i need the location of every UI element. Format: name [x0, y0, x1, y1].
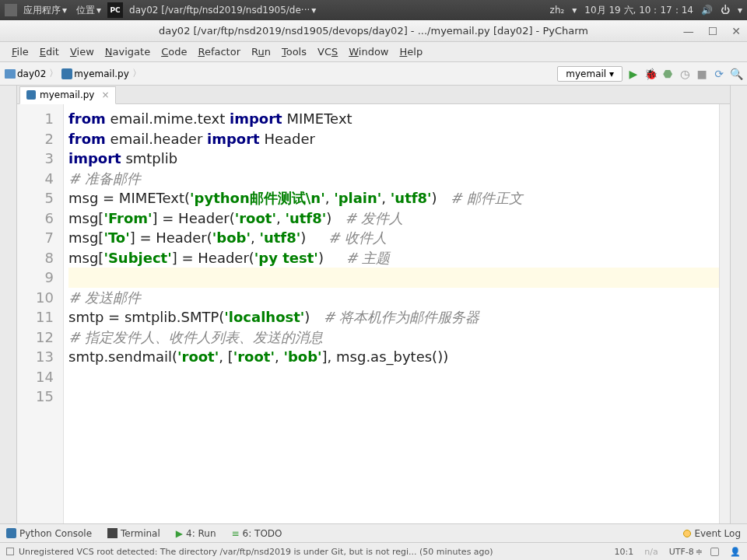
applications-menu[interactable]: 应用程序 ▾ — [20, 4, 70, 17]
terminal-icon — [107, 528, 117, 538]
navigation-bar: day02 〉 myemail.py 〉 myemail ▾ ▶ 🐞 ⬣ ◷ ■… — [0, 62, 747, 86]
breadcrumb-file[interactable]: myemail.py — [74, 68, 128, 79]
file-encoding[interactable]: UTF-8 — [669, 547, 694, 557]
tool-run[interactable]: ▶4: Run — [176, 528, 216, 539]
code-editor[interactable]: 123456789101112131415 from email.mime.te… — [17, 104, 730, 523]
chevron-right-icon: 〉 — [132, 67, 142, 80]
menu-view[interactable]: View — [65, 46, 100, 58]
run-coverage-icon[interactable]: ⬣ — [661, 68, 674, 80]
tool-terminal[interactable]: Terminal — [107, 528, 160, 539]
tool-todo[interactable]: ≡6: TODO — [232, 528, 282, 539]
search-everywhere-icon[interactable]: 🔍 — [730, 68, 742, 80]
debug-icon[interactable]: 🐞 — [644, 68, 657, 80]
readonly-lock-icon[interactable] — [710, 548, 719, 556]
window-titlebar[interactable]: day02 [/var/ftp/nsd2019/nsd1905/devops/d… — [0, 20, 747, 42]
hide-tool-windows-icon[interactable] — [6, 548, 14, 555]
menu-file[interactable]: File — [6, 46, 34, 58]
tool-event-log[interactable]: Event Log — [683, 528, 741, 539]
bottom-tool-tabs: Python Console Terminal ▶4: Run ≡6: TODO… — [0, 523, 747, 542]
notification-dot-icon — [683, 530, 691, 537]
maximize-button[interactable]: ☐ — [708, 25, 718, 37]
main-area: myemail.py × 123456789101112131415 from … — [0, 86, 747, 523]
clock[interactable]: 10月 19 六, 10：17：14 — [584, 4, 693, 17]
pycharm-taskbar-icon[interactable]: PC — [107, 2, 123, 18]
python-file-icon — [26, 90, 36, 100]
cursor-position[interactable]: 10:1 — [615, 547, 634, 557]
line-number-gutter[interactable]: 123456789101112131415 — [17, 104, 64, 523]
breadcrumb-root[interactable]: day02 — [17, 68, 46, 79]
vertical-scrollbar[interactable] — [719, 104, 730, 523]
close-tab-icon[interactable]: × — [101, 89, 109, 100]
menu-code[interactable]: Code — [156, 46, 192, 58]
menu-tools[interactable]: Tools — [276, 46, 312, 58]
tool-python-console[interactable]: Python Console — [6, 528, 92, 539]
run-config-selector[interactable]: myemail ▾ — [557, 66, 622, 82]
code-content[interactable]: from email.mime.text import MIMETextfrom… — [64, 104, 719, 523]
stop-icon[interactable]: ■ — [696, 68, 708, 80]
ime-indicator[interactable]: zh₂ — [550, 5, 565, 16]
left-tool-stripe[interactable] — [0, 86, 17, 523]
power-icon[interactable]: ⏻ — [721, 5, 730, 16]
chevron-right-icon: 〉 — [49, 67, 58, 80]
profile-icon[interactable]: ◷ — [679, 68, 691, 80]
system-panel: 应用程序 ▾ 位置 ▾ PC day02 [/var/ftp/nsd2019/n… — [0, 0, 747, 20]
todo-icon: ≡ — [232, 528, 240, 539]
update-project-icon[interactable]: ⟳ — [713, 68, 725, 80]
right-tool-stripe[interactable] — [730, 86, 747, 523]
menu-vcs[interactable]: VCS — [312, 46, 343, 58]
file-tab-label: myemail.py — [40, 89, 94, 100]
hector-icon[interactable]: 👤 — [730, 547, 741, 557]
python-file-icon — [61, 68, 72, 79]
gnome-foot-icon — [5, 4, 17, 16]
status-message[interactable]: Unregistered VCS root detected: The dire… — [19, 547, 604, 557]
menu-help[interactable]: Help — [395, 46, 429, 58]
menu-refactor[interactable]: Refactor — [192, 46, 246, 58]
status-bar: Unregistered VCS root detected: The dire… — [0, 542, 747, 560]
places-menu[interactable]: 位置 ▾ — [73, 4, 104, 17]
close-button[interactable]: ✕ — [731, 25, 741, 37]
editor-tabs: myemail.py × — [17, 86, 730, 104]
minimize-button[interactable]: — — [683, 25, 694, 37]
menu-run[interactable]: Run — [246, 46, 276, 58]
menu-window[interactable]: Window — [343, 46, 394, 58]
menu-edit[interactable]: Edit — [34, 46, 65, 58]
window-title: day02 [/var/ftp/nsd2019/nsd1905/devops/d… — [159, 25, 588, 37]
run-icon[interactable]: ▶ — [627, 68, 640, 80]
python-icon — [6, 528, 16, 538]
volume-icon[interactable]: 🔊 — [701, 5, 713, 16]
line-separator[interactable]: n/a — [644, 547, 658, 557]
window-menu[interactable]: day02 [/var/ftp/nsd2019/nsd1905/de··· ▾ — [126, 5, 319, 16]
menu-bar: File Edit View Navigate Code Refactor Ru… — [0, 42, 747, 62]
folder-icon — [5, 69, 16, 79]
file-tab-myemail[interactable]: myemail.py × — [19, 86, 116, 104]
run-icon: ▶ — [176, 528, 183, 539]
menu-navigate[interactable]: Navigate — [100, 46, 156, 58]
